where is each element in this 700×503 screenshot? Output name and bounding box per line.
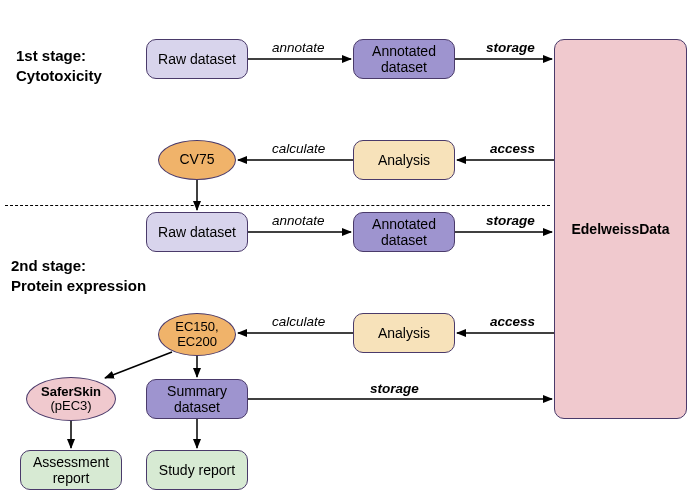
analysis-1: Analysis [353,140,455,180]
analysis-2: Analysis [353,313,455,353]
edge-storage-1: storage [486,40,535,55]
ec-node: EC150, EC200 [158,313,236,356]
edge-annotate-1: annotate [272,40,325,55]
stage1-title: 1st stage:Cytotoxicity [16,46,102,85]
stage2-title: 2nd stage:Protein expression [11,256,146,295]
edelweiss-data: EdelweissData [554,39,687,419]
edge-storage-3: storage [370,381,419,396]
study-report: Study report [146,450,248,490]
cv75-node: CV75 [158,140,236,180]
raw-dataset-1: Raw dataset [146,39,248,79]
annotated-dataset-2: Annotated dataset [353,212,455,252]
raw-dataset-2: Raw dataset [146,212,248,252]
stage-divider [5,205,550,206]
saferskin-node: SaferSkin (pEC3) [26,377,116,421]
edge-calculate-1: calculate [272,141,325,156]
annotated-dataset-1: Annotated dataset [353,39,455,79]
edge-storage-2: storage [486,213,535,228]
edge-access-2: access [490,314,535,329]
summary-dataset: Summary dataset [146,379,248,419]
edge-calculate-2: calculate [272,314,325,329]
edge-annotate-2: annotate [272,213,325,228]
assessment-report: Assessment report [20,450,122,490]
edge-access-1: access [490,141,535,156]
svg-line-9 [105,352,172,378]
